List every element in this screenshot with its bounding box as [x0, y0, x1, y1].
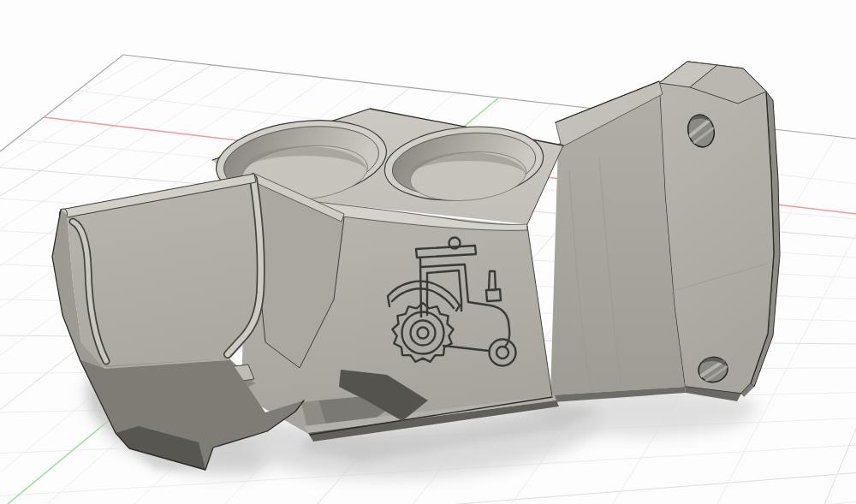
cad-viewport[interactable]: [0, 0, 856, 504]
viewport-canvas[interactable]: [0, 0, 856, 504]
